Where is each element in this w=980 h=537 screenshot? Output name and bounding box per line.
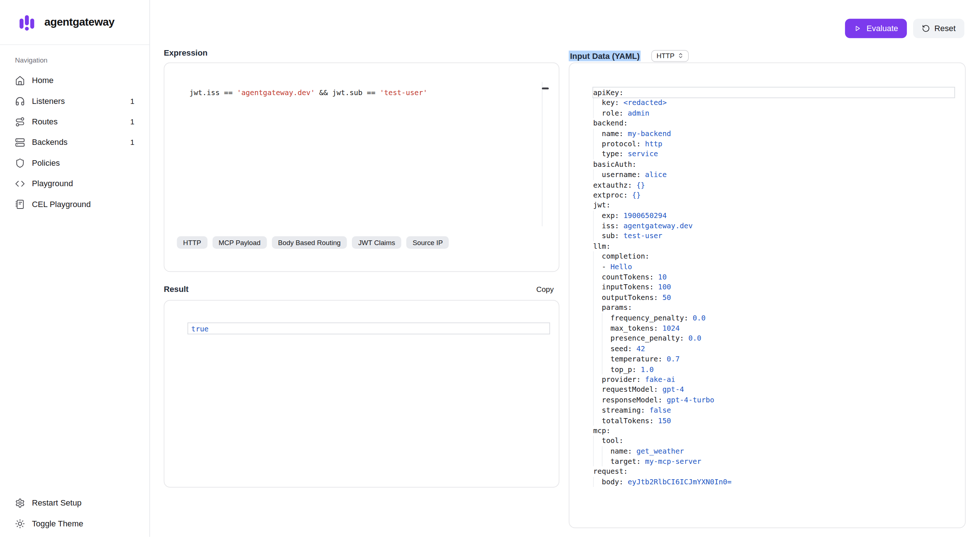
yaml-line: name: get_weather [593, 446, 955, 456]
sidebar-item-toggle-theme[interactable]: Toggle Theme [15, 513, 134, 534]
expression-editor[interactable]: jwt.iss == 'agentgateway.dev' && jwt.sub… [164, 62, 560, 272]
yaml-line: apiKey: [593, 87, 955, 98]
input-data-label: Input Data (YAML) [569, 51, 641, 61]
sidebar-item-badge: 1 [130, 117, 134, 126]
yaml-line: frequency_penalty: 0.0 [593, 313, 955, 323]
result-viewer[interactable]: true [164, 300, 560, 488]
result-header-row: Result Copy [164, 284, 560, 294]
yaml-line: streaming: false [593, 405, 955, 415]
server-icon [15, 137, 25, 147]
input-data-panel: Input Data (YAML) HTTP apiKey:key: <reda… [569, 49, 966, 528]
sidebar-item-label: Policies [32, 158, 127, 168]
yaml-editor[interactable]: apiKey:key: <redacted>role: adminbackend… [569, 63, 965, 487]
expression-chips: HTTPMCP PayloadBody Based RoutingJWT Cla… [177, 236, 449, 249]
yaml-line: request: [593, 466, 955, 477]
brand-name: agentgateway [44, 16, 115, 29]
yaml-line: body: eyJtb2RlbCI6ICJmYXN0In0= [593, 477, 955, 487]
yaml-line: type: service [593, 149, 955, 159]
yaml-line: extproc: {} [593, 190, 955, 200]
content-columns: Expression jwt.iss == 'agentgateway.dev'… [164, 49, 966, 528]
yaml-line: basicAuth: [593, 159, 955, 169]
chip-http[interactable]: HTTP [177, 236, 207, 249]
yaml-line: requestModel: gpt-4 [593, 384, 955, 395]
yaml-line: max_tokens: 1024 [593, 323, 955, 333]
sidebar-item-routes[interactable]: Routes1 [15, 111, 134, 132]
input-mode-value: HTTP [657, 52, 675, 60]
sidebar-item-label: Toggle Theme [32, 519, 127, 528]
sidebar-item-backends[interactable]: Backends1 [15, 132, 134, 153]
yaml-line: protocol: http [593, 139, 955, 149]
reset-button-label: Reset [934, 24, 956, 33]
chip-jwt-claims[interactable]: JWT Claims [352, 236, 401, 249]
yaml-line: params: [593, 302, 955, 313]
expression-code-line[interactable]: jwt.iss == 'agentgateway.dev' && jwt.sub… [164, 63, 558, 98]
sidebar: agentgateway Navigation HomeListeners1Ro… [0, 0, 150, 537]
topbar-actions: Evaluate Reset [845, 19, 965, 38]
sidebar-item-label: Routes [32, 117, 123, 126]
headphones-icon [15, 96, 25, 106]
sidebar-item-restart-setup[interactable]: Restart Setup [15, 493, 134, 513]
yaml-line: backend: [593, 118, 955, 129]
yaml-line: inputTokens: 100 [593, 282, 955, 292]
yaml-line: completion: [593, 251, 955, 262]
yaml-line: top_p: 1.0 [593, 364, 955, 374]
route-icon [15, 117, 25, 127]
agentgateway-logo-icon [16, 11, 38, 33]
editor-scrollbar-thumb[interactable] [542, 87, 549, 89]
sidebar-item-policies[interactable]: Policies [15, 153, 134, 173]
sidebar-item-listeners[interactable]: Listeners1 [15, 91, 134, 111]
sidebar-item-label: Listeners [32, 96, 123, 106]
sidebar-item-label: Restart Setup [32, 498, 127, 508]
yaml-line: target: my-mcp-server [593, 456, 955, 466]
yaml-line: outputTokens: 50 [593, 292, 955, 302]
sidebar-item-badge: 1 [130, 138, 134, 147]
sidebar-item-badge: 1 [130, 97, 134, 105]
play-icon [854, 24, 862, 33]
input-data-header: Input Data (YAML) HTTP [569, 49, 966, 62]
chip-source-ip[interactable]: Source IP [406, 236, 449, 249]
yaml-line: llm: [593, 241, 955, 251]
expression-token: jwt.iss == [189, 88, 237, 97]
yaml-line: mcp: [593, 426, 955, 436]
yaml-line: - Hello [593, 262, 955, 272]
yaml-line: presence_penalty: 0.0 [593, 333, 955, 343]
yaml-line: totalTokens: 150 [593, 415, 955, 426]
yaml-line: provider: fake-ai [593, 374, 955, 384]
shield-icon [15, 158, 25, 168]
rotate-ccw-icon [922, 24, 930, 33]
main: Evaluate Reset Expression jwt.iss == 'ag… [150, 0, 980, 537]
input-mode-select[interactable]: HTTP [652, 50, 689, 62]
yaml-line: jwt: [593, 200, 955, 210]
editor-scrollbar-track [542, 82, 542, 226]
notebook-icon [15, 199, 25, 209]
sidebar-item-label: Playground [32, 179, 127, 188]
chip-mcp-payload[interactable]: MCP Payload [212, 236, 267, 249]
logo[interactable]: agentgateway [0, 0, 149, 45]
chip-body-based-routing[interactable]: Body Based Routing [272, 236, 347, 249]
sidebar-item-label: Home [32, 76, 127, 85]
sun-icon [15, 518, 25, 528]
yaml-line: extauthz: {} [593, 180, 955, 190]
yaml-line: sub: test-user [593, 231, 955, 241]
yaml-line: exp: 1900650294 [593, 210, 955, 221]
result-heading: Result [164, 285, 189, 294]
gear-icon [15, 498, 25, 508]
evaluate-button-label: Evaluate [867, 24, 898, 33]
yaml-line: countTokens: 10 [593, 272, 955, 282]
result-value-line: true [188, 323, 549, 334]
reset-button[interactable]: Reset [913, 19, 964, 38]
chevrons-up-down-icon [678, 53, 684, 59]
sidebar-item-cel-playground[interactable]: CEL Playground [15, 194, 134, 214]
evaluate-button[interactable]: Evaluate [845, 19, 907, 38]
expression-token: && jwt.sub == [315, 88, 380, 97]
copy-button[interactable]: Copy [536, 285, 554, 294]
yaml-line: key: <redacted> [593, 98, 955, 108]
sidebar-item-playground[interactable]: Playground [15, 173, 134, 194]
yaml-card: apiKey:key: <redacted>role: adminbackend… [569, 62, 966, 528]
result-value: true [191, 324, 208, 333]
sidebar-item-label: Backends [32, 138, 123, 147]
expression-heading: Expression [164, 49, 560, 57]
yaml-line: tool: [593, 436, 955, 446]
yaml-line: role: admin [593, 108, 955, 118]
sidebar-item-home[interactable]: Home [15, 70, 134, 91]
